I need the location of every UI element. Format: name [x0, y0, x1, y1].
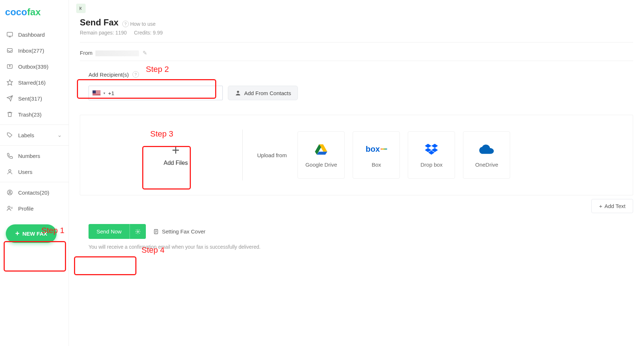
nav-label: Trash(23) — [18, 111, 62, 118]
cloud-label: Google Drive — [305, 162, 337, 168]
google-drive-icon — [315, 143, 327, 156]
nav-label: Inbox(277) — [18, 48, 62, 54]
nav-labels[interactable]: Labels ⌄ — [0, 127, 69, 143]
nav-label: Dashboard — [18, 32, 62, 38]
tag-icon — [7, 132, 13, 138]
svg-point-6 — [9, 191, 11, 193]
how-to-label: How to use — [130, 21, 156, 27]
cloud-label: OneDrive — [475, 162, 498, 168]
profile-icon — [7, 205, 13, 212]
new-fax-button[interactable]: + NEW FAX — [6, 224, 57, 243]
add-text-button[interactable]: + Add Text — [591, 199, 633, 213]
nav-starred[interactable]: Starred(16) — [0, 74, 69, 90]
button-label: Add From Contacts — [244, 90, 291, 96]
confirmation-note: You will receive a confirmation email wh… — [80, 244, 633, 250]
flag-icon — [93, 90, 101, 96]
add-files-button[interactable]: + Add Files — [164, 144, 188, 166]
svg-marker-12 — [425, 143, 431, 148]
nav-label: Profile — [18, 205, 62, 212]
nav-contacts[interactable]: Contacts(20) — [0, 184, 69, 200]
recipients-label: Add Recipient(s) — [89, 72, 129, 78]
recipient-input[interactable] — [108, 90, 219, 96]
help-icon: ? — [122, 21, 129, 27]
nav-label: Outbox(339) — [18, 64, 62, 70]
from-label: From — [80, 50, 93, 56]
nav-label: Starred(16) — [18, 80, 62, 86]
outbox-icon — [7, 63, 13, 70]
from-row: From ✎ — [80, 42, 633, 61]
sidebar-collapse-button[interactable] — [76, 4, 86, 13]
cloud-label: Box — [372, 162, 381, 168]
chevron-down-icon: ⌄ — [57, 132, 62, 138]
add-from-contacts-button[interactable]: Add From Contacts — [228, 86, 298, 100]
upload-box[interactable]: box Box — [353, 131, 400, 179]
how-to-use-link[interactable]: ? How to use — [122, 21, 156, 27]
dropbox-icon — [425, 143, 438, 156]
nav-inbox[interactable]: Inbox(277) — [0, 42, 69, 58]
button-label: NEW FAX — [22, 231, 47, 237]
send-settings-button[interactable] — [130, 224, 146, 239]
upload-onedrive[interactable]: OneDrive — [463, 131, 510, 179]
setting-fax-cover-link[interactable]: Setting Fax Cover — [153, 228, 205, 235]
upload-google-drive[interactable]: Google Drive — [298, 131, 345, 179]
nav-label: Numbers — [18, 153, 62, 159]
file-upload-panel: + Add Files Upload from Google Drive box… — [80, 115, 633, 195]
star-icon — [7, 79, 13, 86]
svg-point-7 — [8, 206, 10, 208]
svg-point-8 — [237, 91, 239, 93]
monitor-icon — [7, 31, 13, 38]
add-files-label: Add Files — [164, 160, 188, 166]
plus-icon: + — [172, 144, 180, 157]
help-icon[interactable]: ? — [132, 71, 139, 78]
setting-cover-label: Setting Fax Cover — [162, 228, 205, 235]
nav-sent[interactable]: Sent(317) — [0, 90, 69, 106]
nav-label: Users — [18, 169, 62, 175]
sidebar: cocofax Dashboard Inbox(277) Outbox(339)… — [0, 0, 69, 346]
contacts-icon — [7, 189, 13, 196]
upload-dropbox[interactable]: Drop box — [408, 131, 455, 179]
from-value — [95, 50, 139, 56]
divider — [242, 130, 243, 180]
user-icon — [7, 168, 13, 175]
nav-outbox[interactable]: Outbox(339) — [0, 58, 69, 74]
page-title: Send Fax — [80, 17, 119, 28]
button-label: Add Text — [604, 203, 625, 209]
edit-from-icon[interactable]: ✎ — [143, 50, 147, 56]
svg-marker-11 — [317, 151, 328, 154]
send-label: Send Now — [89, 224, 130, 239]
nav-label: Contacts(20) — [18, 190, 62, 196]
annotation-box-step4 — [74, 256, 136, 275]
nav-dashboard[interactable]: Dashboard — [0, 27, 69, 42]
plus-icon: + — [15, 229, 20, 238]
logo: cocofax — [0, 0, 69, 24]
plus-icon: + — [599, 203, 602, 209]
box-icon: box — [366, 143, 387, 156]
svg-point-17 — [137, 231, 139, 232]
main-content: Send Fax ? How to use Remain pages: 1190… — [69, 0, 644, 346]
nav-numbers[interactable]: Numbers — [0, 148, 69, 164]
remain-pages: Remain pages: 1190 — [80, 30, 127, 36]
svg-rect-0 — [7, 32, 13, 36]
upload-from-label: Upload from — [257, 152, 287, 158]
svg-point-4 — [9, 170, 11, 172]
trash-icon — [7, 111, 13, 118]
nav-users[interactable]: Users — [0, 164, 69, 180]
svg-marker-13 — [431, 143, 438, 148]
send-now-button[interactable]: Send Now — [89, 224, 146, 239]
svg-marker-3 — [7, 80, 13, 85]
phone-icon — [7, 152, 13, 159]
send-icon — [7, 95, 13, 102]
nav-profile[interactable]: Profile — [0, 200, 69, 216]
inbox-icon — [7, 47, 13, 54]
caret-down-icon: ▾ — [103, 91, 105, 95]
recipient-phone-field[interactable]: ▾ — [89, 86, 223, 100]
onedrive-icon — [479, 143, 494, 156]
nav-label: Sent(317) — [18, 95, 62, 102]
cloud-label: Drop box — [421, 162, 443, 168]
credits: Credits: 9.99 — [134, 30, 163, 36]
nav-trash[interactable]: Trash(23) — [0, 106, 69, 122]
nav-label: Labels — [18, 132, 52, 138]
